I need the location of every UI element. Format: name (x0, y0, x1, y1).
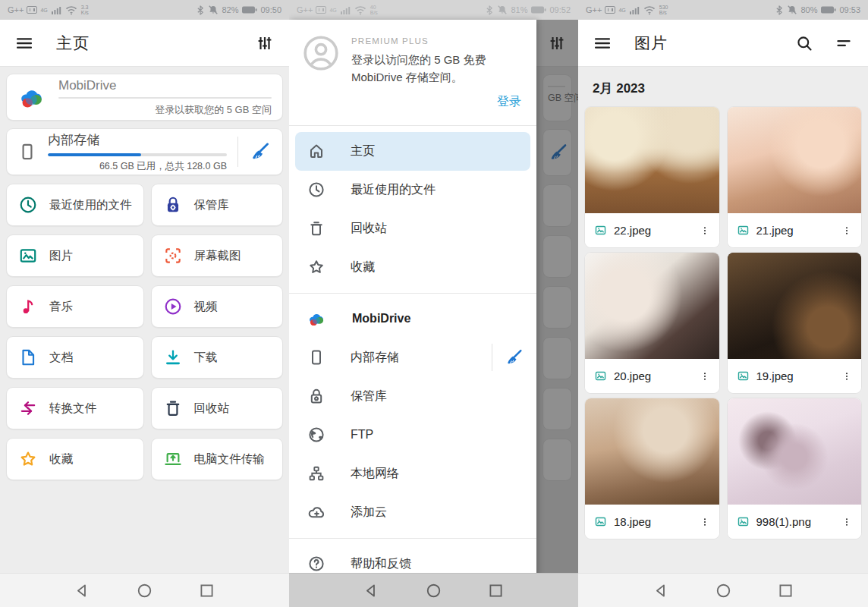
storage-title: 内部存储 (48, 131, 227, 149)
photo-card[interactable]: 22.jpeg (584, 106, 720, 248)
filter-tune-icon[interactable] (256, 34, 274, 52)
storage-usage-text: 66.5 GB 已用，总共 128.0 GB (48, 160, 227, 173)
more-options-icon[interactable] (840, 224, 854, 237)
photo-card[interactable]: 20.jpeg (584, 252, 720, 394)
more-options-icon[interactable] (840, 370, 854, 383)
category-recent-files[interactable]: 最近使用的文件 (6, 184, 144, 226)
clean-broom-icon[interactable] (503, 347, 524, 368)
category-screenshots[interactable]: 屏幕截图 (151, 234, 284, 277)
carrier-label: G++ (586, 5, 602, 14)
net-speed-value: 530 (659, 5, 668, 10)
photo-card[interactable]: 18.jpeg (584, 398, 720, 539)
search-icon[interactable] (795, 34, 813, 52)
drawer-item-local-network[interactable]: 本地网络 (289, 454, 536, 493)
mobidrive-banner[interactable]: MobiDrive 登录以获取您的 5 GB 空间 (6, 74, 283, 121)
battery-icon (530, 5, 546, 15)
nav-home-button[interactable] (136, 582, 153, 599)
clock-icon (18, 195, 38, 215)
drawer-item-favorites[interactable]: 收藏 (289, 248, 536, 287)
document-icon (18, 348, 38, 367)
star-icon (307, 258, 326, 276)
wifi-icon (64, 5, 78, 15)
category-videos[interactable]: 视频 (151, 285, 284, 328)
category-convert-files[interactable]: 转换文件 (6, 387, 144, 429)
star-icon (18, 449, 38, 469)
category-pc-file-transfer[interactable]: 电脑文件传输 (151, 438, 284, 480)
app-header: 主页 (0, 20, 289, 67)
mobidrive-signin-hint: 登录以获取您的 5 GB 空间 (58, 103, 272, 117)
drawer-item-add-cloud[interactable]: 添加云 (289, 493, 536, 532)
more-options-icon[interactable] (698, 224, 712, 237)
drawer-item-recycle-bin[interactable]: 回收站 (289, 209, 536, 248)
photo-filename: 19.jpeg (756, 370, 841, 382)
category-favorites[interactable]: 收藏 (6, 438, 144, 480)
carrier-label: G++ (297, 5, 313, 14)
menu-icon[interactable] (15, 34, 33, 52)
photo-thumbnail[interactable] (585, 253, 719, 359)
photo-card[interactable]: 21.jpeg (727, 106, 863, 248)
bluetooth-icon (485, 5, 494, 16)
notifications-off-icon (208, 5, 219, 15)
drawer-scrim[interactable] (536, 20, 578, 607)
avatar-icon (303, 35, 339, 71)
month-section-header: 2月 2023 (578, 67, 868, 106)
clock-time: 09:50 (260, 5, 281, 14)
nav-home-button[interactable] (715, 582, 732, 599)
carrier-label: G++ (8, 5, 24, 14)
nav-recents-button[interactable] (198, 582, 215, 599)
android-nav-bar (0, 573, 289, 607)
mobidrive-logo-icon (307, 310, 327, 327)
drawer-item-home[interactable]: 主页 (295, 132, 530, 171)
battery-percent: 82% (222, 5, 238, 14)
image-icon (594, 515, 607, 528)
internal-storage-card[interactable]: 内部存储 66.5 GB 已用，总共 128.0 GB (6, 128, 283, 175)
wifi-icon (643, 5, 656, 15)
drawer-item-mobidrive[interactable]: MobiDrive (289, 300, 536, 338)
sort-icon[interactable] (835, 34, 853, 52)
menu-icon[interactable] (593, 34, 612, 52)
convert-arrows-icon (18, 398, 38, 418)
more-options-icon[interactable] (698, 515, 712, 529)
photo-card[interactable]: 998(1).png (727, 398, 863, 539)
more-options-icon[interactable] (840, 515, 854, 529)
bluetooth-icon (775, 5, 784, 16)
drawer-account-header: PREMIUM PLUS 登录以访问您的 5 GB 免费 MobiDrive 存… (289, 20, 536, 119)
net-speed-value: 3.3 (81, 5, 89, 10)
drawer-item-recent-files[interactable]: 最近使用的文件 (289, 171, 536, 209)
category-documents[interactable]: 文档 (6, 336, 144, 379)
network-type-label: 4G (40, 8, 47, 13)
category-pictures[interactable]: 图片 (6, 234, 144, 277)
category-recycle-bin[interactable]: 回收站 (151, 387, 284, 429)
category-vault[interactable]: 保管库 (151, 184, 284, 226)
photo-thumbnail[interactable] (728, 107, 862, 213)
signin-button[interactable]: 登录 (351, 94, 521, 110)
net-speed-value: 40 (370, 5, 376, 10)
more-options-icon[interactable] (698, 370, 712, 383)
net-speed-unit: B/s (370, 10, 378, 15)
photo-thumbnail[interactable] (585, 398, 719, 505)
nav-recents-button[interactable] (777, 582, 794, 599)
network-type-label: 4G (618, 8, 625, 13)
drawer-item-ftp[interactable]: FTP (289, 416, 536, 454)
clean-broom-icon[interactable] (247, 140, 272, 164)
nav-back-button[interactable] (653, 582, 670, 599)
notifications-off-icon (497, 5, 508, 15)
pc-transfer-icon (163, 449, 183, 469)
drawer-item-internal-storage[interactable]: 内部存储 (289, 338, 536, 377)
image-icon (594, 224, 607, 237)
photo-filename: 22.jpeg (614, 224, 698, 237)
photo-thumbnail[interactable] (728, 398, 862, 505)
page-title: 主页 (56, 33, 90, 54)
category-music[interactable]: 音乐 (6, 285, 144, 328)
battery-percent: 80% (800, 5, 817, 14)
image-icon (737, 224, 750, 237)
nav-back-button[interactable] (74, 582, 91, 599)
drawer-item-vault[interactable]: 保管库 (289, 377, 536, 416)
photo-thumbnail[interactable] (585, 107, 719, 213)
net-speed-unit: B/s (659, 10, 667, 15)
photo-card[interactable]: 19.jpeg (727, 252, 863, 394)
cloud-add-icon (307, 503, 326, 521)
category-downloads[interactable]: 下载 (151, 336, 284, 379)
app-header: 图片 (578, 20, 868, 67)
photo-thumbnail[interactable] (728, 253, 862, 359)
